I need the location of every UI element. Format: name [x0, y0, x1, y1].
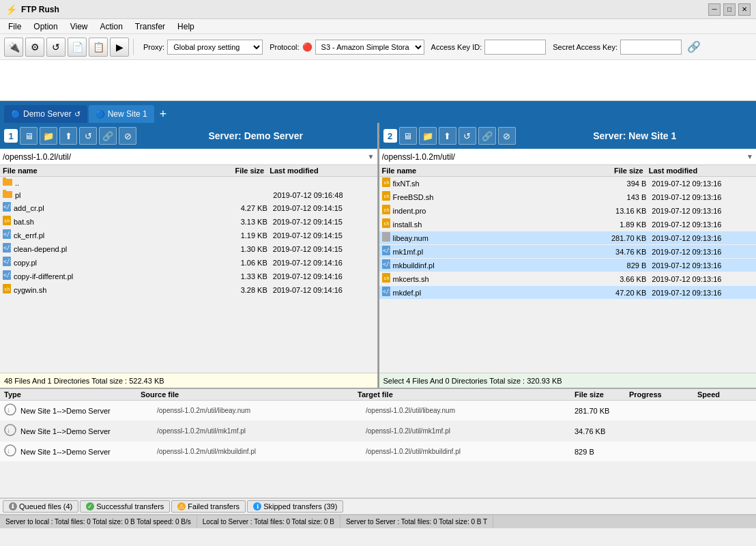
panel2-link-btn[interactable]: 🔗 [478, 127, 496, 145]
list-item[interactable]: pl2019-07-12 09:16:48 [0, 189, 377, 201]
list-item[interactable]: .. [0, 177, 377, 189]
menu-view[interactable]: View [65, 20, 93, 33]
sh-icon: sh [382, 273, 390, 285]
access-key-input[interactable] [484, 40, 546, 55]
panel1-refresh-btn[interactable]: ↺ [79, 127, 97, 145]
menu-transfer[interactable]: Transfer [130, 20, 171, 33]
svg-rect-3 [3, 190, 6, 192]
list-item[interactable]: shindent.pro13.16 KB2019-07-12 09:13:16 [379, 204, 757, 218]
toolbar: 🔌 ⚙ ↺ 📄 📋 ▶ Proxy: Global proxy setting … [0, 34, 756, 60]
transfer-button[interactable]: 📋 [89, 38, 108, 57]
settings-button[interactable]: ⚙ [25, 38, 44, 57]
link-icon[interactable]: 🔗 [687, 40, 701, 53]
bottom-tab-2[interactable]: ⚠Failed transfers [171, 500, 246, 513]
panel1-folder-btn[interactable]: 📁 [40, 127, 57, 145]
panel2-refresh-btn[interactable]: ↺ [459, 127, 476, 145]
bottom-tab-0[interactable]: ⬇Queued files (4) [3, 500, 78, 513]
panel2-file-table: File name File size Last modified shfixN… [379, 165, 757, 373]
tab-refresh-icon: ↺ [74, 110, 81, 119]
table-row[interactable]: ↓New Site 1-->Demo Server/openssl-1.0.2m… [0, 442, 756, 462]
panel1-title: Server: Demo Server [139, 130, 373, 141]
panel2-path-dropdown[interactable]: ▼ [746, 153, 753, 160]
panel1-block-btn[interactable]: ⊘ [119, 127, 136, 145]
btab-icon-1: ✓ [86, 502, 94, 511]
script-icon: </> [3, 270, 11, 282]
list-item[interactable]: libeay.num281.70 KB2019-07-12 09:13:16 [379, 231, 757, 245]
table-row[interactable]: ↓New Site 1-->Demo Server/openssl-1.0.2m… [0, 401, 756, 421]
list-item[interactable]: shFreeBSD.sh143 B2019-07-12 09:13:16 [379, 190, 757, 204]
bottom-tab-1[interactable]: ✓Successful transfers [80, 500, 170, 513]
bottom-tab-3[interactable]: ℹSkipped transfers (39) [247, 500, 343, 513]
maximize-button[interactable]: □ [723, 3, 736, 16]
list-item[interactable]: </>mkdef.pl47.20 KB2019-07-12 09:13:16 [379, 286, 757, 300]
script-icon: </> [382, 287, 390, 298]
terminal-button[interactable]: ▶ [110, 38, 129, 57]
menu-action[interactable]: Action [95, 20, 128, 33]
menu-option[interactable]: Option [28, 20, 63, 33]
panel1-link-btn[interactable]: 🔗 [99, 127, 117, 145]
refresh-button[interactable]: ↺ [46, 38, 66, 57]
list-item[interactable]: </>mk1mf.pl34.76 KB2019-07-12 09:13:16 [379, 245, 757, 259]
list-item[interactable]: </>mkbuildinf.pl829 B2019-07-12 09:13:16 [379, 259, 757, 272]
list-item[interactable]: </>copy-if-different.pl1.33 KB2019-07-12… [0, 270, 377, 283]
app-title: FTP Rush [21, 5, 59, 14]
protocol-dropdown[interactable]: S3 - Amazon Simple Stora [315, 40, 424, 55]
minimize-button[interactable]: ─ [708, 3, 721, 16]
proxy-dropdown[interactable]: Global proxy setting [167, 40, 263, 55]
panel1-path-dropdown[interactable]: ▼ [368, 153, 375, 160]
panel2-block-btn[interactable]: ⊘ [498, 127, 516, 145]
queue-panel: Type Source file Target file File size P… [0, 389, 756, 498]
panel2-up-btn[interactable]: ⬆ [439, 127, 456, 145]
file-button[interactable]: 📄 [68, 38, 87, 57]
panel1-num: 1 [4, 129, 18, 143]
panel2-monitor-btn[interactable]: 🖥 [399, 127, 417, 145]
table-row[interactable]: ↓New Site 1-->Demo Server/openssl-1.0.2m… [0, 421, 756, 442]
folder-icon [3, 177, 12, 188]
btab-icon-3: ℹ [253, 502, 261, 511]
footer-seg1: Server to local : Total files: 0 Total s… [0, 515, 197, 528]
panel1-monitor-btn[interactable]: 🖥 [20, 127, 38, 145]
sh-icon: sh [382, 191, 390, 203]
add-tab-button[interactable]: + [156, 107, 171, 121]
panel2-num: 2 [383, 129, 397, 143]
panel2-path-input[interactable] [382, 152, 747, 162]
menu-file[interactable]: File [3, 20, 27, 33]
list-item[interactable]: </>ck_errf.pl1.19 KB2019-07-12 09:14:15 [0, 229, 377, 242]
svg-text:sh: sh [4, 218, 10, 224]
svg-text:</>: </> [3, 259, 11, 265]
list-item[interactable]: shfixNT.sh394 B2019-07-12 09:13:16 [379, 177, 757, 190]
panel1-status: 48 Files And 1 Directories Total size : … [0, 373, 377, 388]
list-item[interactable]: </>copy.pl1.06 KB2019-07-12 09:14:16 [0, 256, 377, 270]
connect-button[interactable]: 🔌 [4, 38, 23, 57]
list-item[interactable]: shbat.sh3.13 KB2019-07-12 09:14:15 [0, 215, 377, 229]
svg-rect-0 [3, 179, 12, 186]
panel1-up-btn[interactable]: ⬆ [59, 127, 77, 145]
sh-icon: sh [382, 205, 390, 216]
protocol-label: Protocol: [270, 43, 299, 51]
btab-icon-2: ⚠ [177, 502, 186, 511]
transfer-icon: ↓ [4, 403, 16, 418]
tab-demo-server[interactable]: 🔵 Demo Server ↺ [4, 105, 87, 123]
tabs-bar: 🔵 Demo Server ↺ 🔵 New Site 1 + [0, 101, 756, 123]
svg-text:sh: sh [383, 276, 389, 281]
secret-key-input[interactable] [620, 40, 682, 55]
menu-bar: File Option View Action Transfer Help [0, 19, 756, 34]
script-icon: </> [382, 246, 390, 257]
panel1-path-input[interactable] [3, 152, 368, 162]
panel2-title: Server: New Site 1 [518, 130, 753, 141]
list-item[interactable]: </>add_cr.pl4.27 KB2019-07-12 09:14:15 [0, 201, 377, 215]
panel2-folder-btn[interactable]: 📁 [419, 127, 437, 145]
list-item[interactable]: shcygwin.sh3.28 KB2019-07-12 09:14:16 [0, 283, 377, 297]
svg-rect-26 [382, 232, 390, 242]
bottom-tabs: ⬇Queued files (4)✓Successful transfers⚠F… [0, 498, 756, 515]
list-item[interactable]: shinstall.sh1.89 KB2019-07-12 09:13:16 [379, 218, 757, 231]
tab-new-site[interactable]: 🔵 New Site 1 [89, 105, 154, 123]
list-item[interactable]: </>clean-depend.pl1.30 KB2019-07-12 09:1… [0, 242, 377, 256]
svg-text:</>: </> [3, 204, 11, 210]
tab-demo-icon: 🔵 [11, 110, 20, 119]
close-button[interactable]: ✕ [738, 3, 751, 16]
list-item[interactable]: shmkcerts.sh3.66 KB2019-07-12 09:13:16 [379, 272, 757, 286]
menu-help[interactable]: Help [172, 20, 200, 33]
panel1-toolbar: 1 🖥 📁 ⬆ ↺ 🔗 ⊘ Server: Demo Server [0, 123, 377, 149]
svg-text:↓: ↓ [7, 406, 10, 414]
